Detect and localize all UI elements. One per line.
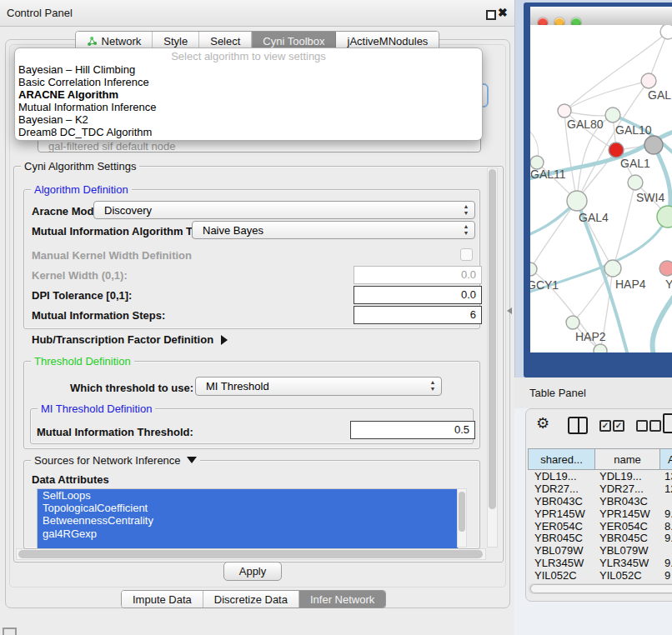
network-node-gal80[interactable]	[558, 104, 571, 118]
table-cell: YBR043C	[594, 496, 659, 508]
settings-vertical-scrollbar-thumb[interactable]	[489, 169, 496, 509]
network-node-gal4[interactable]	[567, 191, 587, 211]
table-row[interactable]: YBR045CYBR045C9.	[528, 532, 672, 545]
node-label: SWI4	[636, 191, 664, 204]
which-threshold-combo[interactable]: MI Threshold ▲▼	[195, 377, 442, 396]
table-panel: ⚙ ✓ ✓ shared...nameA... YDL19...YDL19...…	[525, 408, 672, 602]
table-horizontal-scrollbar-thumb[interactable]	[530, 584, 672, 593]
checked-checkbox-icon[interactable]: ✓	[613, 420, 624, 432]
tab-label: Cyni Toolbox	[263, 35, 324, 48]
algorithm-option[interactable]: Mutual Information Inference	[15, 101, 482, 113]
table-data-combo-value: gal-filtered sif default node	[48, 140, 175, 152]
dpi-tolerance-label: DPI Tolerance [0,1]:	[32, 289, 132, 302]
mi-steps-field[interactable]: 6	[354, 306, 482, 324]
attribute-item[interactable]: TopologicalCoefficient	[38, 502, 458, 514]
network-view-canvas[interactable]: GALGAL80GAL10GAL1GAL11SWI4GAL4GCY1HAP4YH…	[530, 25, 672, 352]
table-row[interactable]: YDL19...YDL19...13	[528, 471, 672, 483]
splitpane-collapse-icon[interactable]	[507, 308, 512, 314]
algorithm-dropdown-popup: Select algorithm to view settings Bayesi…	[14, 48, 483, 141]
close-icon[interactable]: ✖	[498, 6, 508, 19]
data-attributes-list[interactable]: SelfLoopsTopologicalCoefficientBetweenne…	[37, 488, 459, 549]
algorithm-dropdown-items: Bayesian – Hill ClimbingBasic Correlatio…	[15, 63, 482, 138]
algorithm-option[interactable]: Basic Correlation Inference	[15, 76, 482, 88]
hub-definition-toggle[interactable]: Hub/Transcription Factor Definition	[32, 333, 228, 346]
network-node[interactable]	[644, 136, 663, 154]
settings-horizontal-scrollbar-thumb[interactable]	[18, 550, 483, 558]
table-cell: YER054C	[594, 521, 659, 533]
column-header[interactable]: shared...	[528, 448, 594, 470]
table-cell: YBR043C	[528, 496, 594, 508]
tab-discretize-data[interactable]: Discretize Data	[203, 591, 299, 608]
algorithm-option[interactable]: Bayesian – Hill Climbing	[15, 63, 482, 76]
table-row[interactable]: YLR345WYLR345W9.	[528, 558, 672, 570]
aracne-mode-value: Discovery	[104, 204, 152, 217]
tab-impute-data[interactable]: Impute Data	[122, 591, 203, 608]
unchecked-checkbox-icon[interactable]	[636, 420, 648, 432]
data-attributes-label: Data Attributes	[32, 473, 109, 486]
node-label: GAL10	[615, 123, 652, 137]
network-edge-highlighted[interactable]	[652, 290, 672, 352]
network-node-gal10[interactable]	[605, 108, 620, 122]
table-row[interactable]: YPR145WYPR145W9.	[528, 508, 672, 521]
network-node[interactable]	[594, 344, 607, 352]
minimized-window-icon[interactable]	[3, 628, 17, 635]
column-header[interactable]: A...	[659, 448, 672, 470]
aracne-mode-combo[interactable]: Discovery ▲▼	[93, 201, 475, 219]
tab-infer-network[interactable]: Infer Network	[299, 591, 385, 608]
gear-icon[interactable]: ⚙	[536, 414, 549, 432]
node-label: HAP4	[615, 278, 646, 291]
unchecked-checkbox-icon[interactable]	[649, 420, 661, 432]
network-window-titlebar[interactable]	[530, 7, 672, 26]
combo-stepper-icon: ▲▼	[429, 379, 437, 392]
algorithm-option[interactable]: Bayesian – K2	[15, 113, 482, 126]
sources-title-text: Sources for Network Inference	[34, 454, 181, 467]
column-header[interactable]: name	[594, 448, 659, 470]
network-node-hap4[interactable]	[604, 260, 621, 277]
column-browser-icon[interactable]	[568, 417, 588, 434]
tab-label: Discretize Data	[214, 593, 288, 606]
table-row[interactable]: YDR27...YDR27...12	[528, 483, 672, 496]
mi-threshold-field[interactable]: 0.5	[350, 421, 475, 439]
manual-kernel-width-checkbox[interactable]	[460, 248, 473, 261]
mi-algorithm-type-combo[interactable]: Naive Bayes ▲▼	[192, 221, 475, 239]
network-edge[interactable]	[564, 81, 649, 111]
network-node-gal1[interactable]	[609, 142, 624, 158]
table-row[interactable]: YER054CYER054C8.	[528, 521, 672, 533]
table-cell: YDL19...	[594, 471, 659, 483]
sources-group-title[interactable]: Sources for Network Inference	[31, 454, 200, 467]
table-row[interactable]: YBL079WYBL079W	[528, 545, 672, 558]
table-cell: 8.	[659, 521, 672, 533]
algorithm-option[interactable]: Dream8 DC_TDC Algorithm	[15, 126, 482, 138]
apply-button[interactable]: Apply	[223, 562, 282, 581]
node-label: GAL11	[530, 168, 566, 181]
network-graph[interactable]: GALGAL80GAL10GAL1GAL11SWI4GAL4GCY1HAP4YH…	[530, 25, 672, 352]
network-node-gal[interactable]	[641, 73, 656, 88]
kernel-width-label: Kernel Width (0,1):	[32, 269, 128, 282]
mi-threshold-label: Mutual Information Threshold:	[37, 426, 193, 438]
attribute-item[interactable]: BetweennessCentrality	[38, 514, 458, 527]
checked-checkbox-icon[interactable]: ✓	[599, 420, 611, 432]
table-horizontal-scrollbar[interactable]	[529, 583, 672, 594]
network-node[interactable]	[657, 206, 672, 228]
dpi-tolerance-field[interactable]: 0.0	[354, 286, 482, 304]
table-cell: YBR045C	[528, 532, 594, 545]
network-edge[interactable]	[530, 201, 577, 269]
kernel-width-field[interactable]: 0.0	[354, 266, 482, 284]
network-node-hap2[interactable]	[566, 316, 579, 329]
network-node-y[interactable]	[659, 261, 672, 276]
attributes-list-scrollbar-thumb[interactable]	[459, 492, 465, 532]
document-icon[interactable]	[663, 413, 672, 433]
table-row[interactable]: YBR043CYBR043C	[528, 496, 672, 508]
algorithm-dropdown-placeholder: Select algorithm to view settings	[15, 50, 482, 63]
algorithm-option[interactable]: ARACNE Algorithm	[15, 88, 482, 101]
attribute-item[interactable]: gal4RGexp	[38, 528, 458, 540]
node-label: GCY1	[530, 278, 559, 292]
attribute-item[interactable]: SelfLoops	[38, 489, 458, 502]
combo-stepper-icon: ▲▼	[462, 223, 470, 237]
network-edge[interactable]	[613, 182, 635, 268]
network-node[interactable]	[660, 25, 672, 39]
float-window-icon[interactable]	[486, 10, 496, 20]
network-node-swi4[interactable]	[628, 175, 643, 190]
table-row[interactable]: YIL052CYIL052C9	[528, 570, 672, 582]
table-cell: 13	[659, 471, 672, 483]
